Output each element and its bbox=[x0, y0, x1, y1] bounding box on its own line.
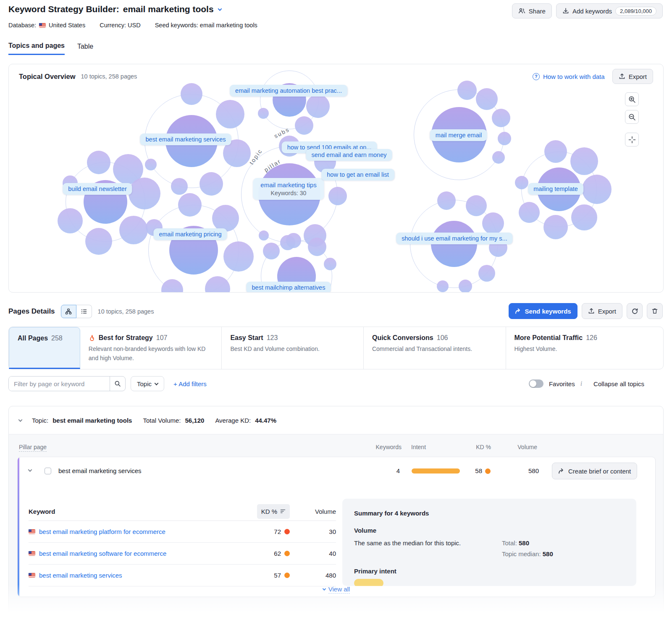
collapse-topic-chevron-icon[interactable] bbox=[18, 418, 23, 422]
subtopic-bubble[interactable] bbox=[200, 172, 223, 196]
view-all-link[interactable]: View all bbox=[328, 586, 350, 594]
center-map-button[interactable] bbox=[625, 133, 639, 146]
tab-topics-and-pages[interactable]: Topics and pages bbox=[8, 42, 65, 55]
subtopic-bubble[interactable] bbox=[178, 193, 202, 217]
zoom-in-button[interactable] bbox=[625, 92, 639, 106]
refresh-button[interactable] bbox=[627, 303, 643, 319]
strategy-tab-count: 106 bbox=[437, 334, 448, 342]
pillar-row[interactable]: best email marketing services 4 58 580 C… bbox=[18, 461, 655, 481]
keyword-link[interactable]: best email marketing services bbox=[39, 572, 122, 579]
kd-value: 62 bbox=[274, 550, 281, 557]
collapse-all-topics-link[interactable]: Collapse all topics bbox=[593, 380, 644, 387]
add-keywords-button[interactable]: Add keywords 2,089/10,000 bbox=[556, 3, 663, 18]
question-circle-icon: ? bbox=[533, 73, 540, 80]
collapse-pillar-chevron-icon[interactable] bbox=[28, 468, 32, 472]
subtopic-bubble[interactable] bbox=[328, 187, 347, 205]
info-icon[interactable]: i bbox=[580, 380, 582, 387]
sort-descending-icon bbox=[280, 509, 286, 514]
subtopic-bubble[interactable] bbox=[216, 100, 244, 128]
topic-filter-dropdown[interactable]: Topic bbox=[131, 376, 164, 391]
subtopic-bubble[interactable] bbox=[306, 94, 330, 118]
subtopic-bubble[interactable] bbox=[437, 280, 449, 292]
chevron-down-icon[interactable] bbox=[218, 7, 222, 11]
topic-bubble-label[interactable]: best email marketing services bbox=[140, 133, 231, 145]
flame-icon bbox=[89, 335, 95, 342]
send-keywords-button[interactable]: Send keywords bbox=[509, 303, 578, 319]
kd-value: 57 bbox=[274, 572, 281, 579]
subtopic-bubble[interactable] bbox=[212, 205, 239, 232]
summary-median-value: 580 bbox=[543, 550, 553, 557]
subtopic-bubble[interactable] bbox=[286, 233, 301, 248]
add-filters-link[interactable]: + Add filters bbox=[173, 380, 207, 387]
keyword-row[interactable]: best email marketing software for ecomme… bbox=[29, 543, 336, 565]
subtopic-bubble[interactable] bbox=[543, 215, 568, 239]
favorites-toggle[interactable] bbox=[529, 379, 543, 388]
subtopic-bubble[interactable] bbox=[87, 151, 110, 174]
pillar-page-column-label[interactable]: Pillar page bbox=[19, 444, 47, 452]
keyword-link[interactable]: best email marketing platform for ecomme… bbox=[39, 528, 165, 535]
strategy-tab-more-potential-traffic[interactable]: More Potential Traffic126Highest Volume. bbox=[506, 327, 664, 369]
subtopic-bubble[interactable] bbox=[258, 108, 269, 119]
subtopic-bubble[interactable] bbox=[437, 191, 456, 210]
subtopic-bubble[interactable] bbox=[582, 175, 612, 204]
subtopic-bubble[interactable] bbox=[223, 241, 254, 272]
header-actions: Share Add keywords 2,089/10,000 bbox=[512, 3, 663, 18]
keyword-cell: best email marketing services bbox=[29, 572, 239, 579]
subtopic-bubble[interactable] bbox=[295, 116, 313, 135]
subtopic-bubble[interactable] bbox=[476, 88, 498, 110]
subtopic-bubble[interactable] bbox=[459, 280, 472, 293]
tree-view-toggle[interactable] bbox=[61, 305, 76, 318]
kd-sort-header[interactable]: KD % bbox=[257, 504, 290, 519]
topic-bubble-label[interactable]: should i use email marketing for my s... bbox=[396, 233, 512, 244]
subtopic-bubble[interactable] bbox=[478, 265, 495, 282]
subtopic-bubble[interactable] bbox=[498, 132, 511, 145]
topic-bubble-label[interactable]: build email newsletter bbox=[63, 183, 132, 195]
subtopic-bubble[interactable] bbox=[58, 208, 83, 233]
create-brief-button[interactable]: Create brief or content bbox=[552, 463, 637, 479]
subtopic-bubble[interactable] bbox=[492, 109, 510, 127]
pillar-kd-dot bbox=[485, 468, 491, 474]
subtopic-bubble[interactable] bbox=[119, 216, 148, 244]
search-button[interactable] bbox=[110, 377, 125, 391]
pillar-page-name[interactable]: best email marketing services bbox=[58, 467, 142, 474]
subtopic-bubble[interactable] bbox=[324, 258, 336, 270]
strategy-tab-all-pages[interactable]: All Pages258 bbox=[9, 327, 80, 369]
topic-bubble-label[interactable]: mailing template bbox=[528, 183, 583, 195]
tab-table[interactable]: Table bbox=[77, 43, 93, 55]
subtopic-bubble[interactable] bbox=[263, 243, 280, 259]
topic-bubble-label[interactable]: best mailchimp alternatives bbox=[247, 282, 331, 293]
strategy-tab-easy-start[interactable]: Easy Start123Best KD and Volume combinat… bbox=[222, 327, 364, 369]
list-view-toggle[interactable] bbox=[76, 305, 92, 318]
subtopic-bubble[interactable] bbox=[492, 151, 505, 164]
subtopic-bubble-label[interactable]: send email and earn money bbox=[306, 149, 392, 161]
subtopic-bubble[interactable] bbox=[129, 178, 160, 209]
how-to-work-with-data-link[interactable]: ? How to work with data bbox=[533, 73, 605, 80]
subtopic-bubble[interactable] bbox=[259, 230, 269, 241]
subtopic-bubble[interactable] bbox=[466, 195, 487, 216]
subtopic-bubble[interactable] bbox=[570, 147, 598, 175]
pages-export-button[interactable]: Export bbox=[582, 303, 622, 319]
topical-export-button[interactable]: Export bbox=[612, 69, 653, 84]
topic-bubble-label[interactable]: email marketing pricing bbox=[153, 228, 227, 240]
subtopic-bubble[interactable] bbox=[308, 238, 326, 256]
strategy-tab-count: 107 bbox=[156, 334, 168, 342]
subtopic-bubble[interactable] bbox=[171, 178, 188, 195]
pillar-topic-tooltip[interactable]: email marketing tipsKeywords: 30 bbox=[253, 178, 324, 200]
subtopic-bubble-label[interactable]: how to get an email list bbox=[321, 169, 394, 181]
share-button[interactable]: Share bbox=[512, 3, 552, 18]
delete-button[interactable] bbox=[647, 303, 663, 319]
strategy-tab-quick-conversions[interactable]: Quick Conversions106Commercial and Trans… bbox=[364, 327, 506, 369]
keyword-row[interactable]: best email marketing platform for ecomme… bbox=[29, 521, 336, 543]
project-name-dropdown[interactable]: email marketing tools bbox=[123, 4, 214, 14]
subtopic-bubble[interactable] bbox=[571, 204, 597, 230]
zoom-out-button[interactable] bbox=[625, 110, 639, 124]
keyword-link[interactable]: best email marketing software for ecomme… bbox=[39, 550, 166, 557]
subtopic-bubble[interactable] bbox=[85, 228, 112, 255]
filter-input[interactable] bbox=[9, 377, 110, 391]
topic-bubble-label[interactable]: mail merge email bbox=[430, 129, 487, 141]
topic-bubble-map[interactable]: email marketing automation best prac...b… bbox=[9, 64, 663, 292]
subtopic-bubble[interactable] bbox=[145, 159, 157, 170]
strategy-tab-best-for-strategy[interactable]: Best for Strategy107Relevant non-branded… bbox=[80, 327, 222, 369]
pillar-checkbox[interactable] bbox=[45, 468, 51, 474]
subtopic-bubble[interactable] bbox=[482, 212, 504, 234]
